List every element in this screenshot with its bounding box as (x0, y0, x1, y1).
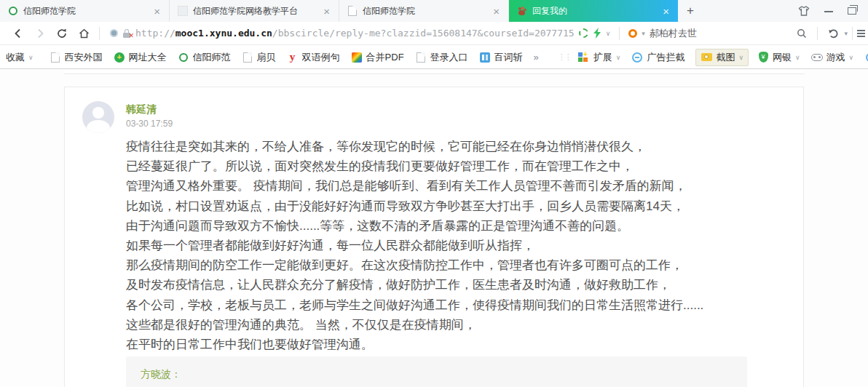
quote-author[interactable]: 方晓波： (141, 368, 181, 380)
adblock-icon (631, 52, 643, 63)
post-body: 疫情往往是突如其来的，不给人准备，等你发现它的时候，它可能已经在你身边悄悄潜伏很… (126, 137, 796, 354)
minimize-button[interactable] (824, 10, 833, 12)
document-favicon-icon (415, 52, 427, 63)
bookmarks-bar: 收藏 ∨ 西安外国 + 网址大全 信阳师范 扇贝 y 双语例句 合并PDF 登录… (0, 46, 868, 69)
menu-icon[interactable] (857, 30, 865, 37)
speed-lightning-icon[interactable] (593, 28, 601, 39)
theme-shirt-icon[interactable] (798, 6, 810, 16)
bookmarks-overflow-button[interactable]: » (534, 52, 539, 63)
post-line: 这些都是很好的管理沟通的典范。 当然，不仅仅是在疫情期间， (126, 315, 796, 335)
site-favicon-green-icon (7, 6, 18, 17)
bookmark-merge-pdf[interactable]: 合并PDF (351, 51, 404, 64)
post-line: 那么疫情期间的防空工作一定能做到更好。在这次疫情防控工作中，管理者也有许多可圈可… (126, 255, 796, 275)
favorites-menu[interactable]: 收藏 ∨ (6, 51, 33, 64)
post-line: 管理沟通又格外重要。 疫情期间，我们总是能够听到、看到有关工作人员管理不善而引发… (126, 176, 796, 196)
bookmark-site-directory[interactable]: + 网址大全 (114, 51, 167, 64)
tab-teaching-platform[interactable]: 信阳师范学院网络教学平台 × (170, 0, 339, 22)
close-icon[interactable]: × (492, 6, 501, 17)
refresh-button[interactable] (51, 28, 73, 39)
back-button[interactable] (7, 28, 29, 39)
search-engine-logo-icon[interactable] (628, 29, 637, 38)
reply-post-card: 韩延清 03-30 17:59 疫情往往是突如其来的，不给人准备，等你发现它的时… (64, 87, 804, 387)
url-scheme: http:// (135, 28, 175, 39)
adblock-button[interactable]: 广告拦截 (631, 51, 684, 64)
divider (852, 27, 853, 40)
post-line: 及时发布疫情信息，让人民群众充分了解疫情，做好防护工作，医生患者及时沟通，做好救… (126, 275, 796, 295)
address-bar[interactable]: ✕ http://mooc1.xynu.edu.cn/bbscircle/rep… (104, 27, 791, 40)
chevron-down-icon: ∨ (849, 54, 854, 61)
url-path: /bbscircle/reply-me?clazzid=15608147&cou… (272, 28, 575, 39)
gamepad-icon (811, 52, 823, 63)
bookmark-login-portal[interactable]: 登录入口 (415, 51, 468, 64)
red-y-favicon-icon: y (287, 52, 299, 63)
previous-post-card-edge (64, 70, 805, 74)
bookmark-shanbay[interactable]: 扇贝 (242, 51, 276, 64)
post-line: 比如说，村口设置劝返点，由于没能好好沟通而导致双方争吵甚至大打出手，回乡人员需要… (126, 196, 796, 216)
post-date: 03-30 17:59 (126, 119, 173, 129)
online-banking-button[interactable]: ¥ 网银 ∨ (757, 51, 800, 64)
restore-button[interactable] (848, 7, 856, 15)
divider (99, 27, 100, 40)
site-info-icon[interactable] (110, 29, 118, 37)
url-host: mooc1.xynu.edu.cn (175, 28, 272, 39)
paw-favicon-icon (516, 6, 527, 17)
post-line: 各个公司，学校，老板与员工，老师与学生之间做好沟通工作，使得疫情期间我们的日常生… (126, 295, 796, 315)
chevron-down-icon: ∨ (28, 54, 33, 61)
document-favicon-icon (242, 52, 253, 63)
post-line: 疫情往往是突如其来的，不给人准备，等你发现它的时候，它可能已经在你身边悄悄潜伏很… (126, 137, 796, 156)
blank-favicon-icon (177, 6, 188, 17)
avatar[interactable] (82, 101, 114, 133)
web-page-content: 韩延清 03-30 17:59 疫情往往是突如其来的，不给人准备，等你发现它的时… (0, 70, 868, 387)
post-line: 如果每一个管理者都能做到好好沟通，每一位人民群众都能做到听从指挥， (126, 236, 796, 255)
rainbow-favicon-icon (351, 52, 363, 63)
games-button[interactable]: 游戏 ∨ (811, 51, 854, 64)
chevron-down-icon[interactable]: ▾ (642, 30, 645, 37)
toolbar-drag-handle[interactable]: ⋮⋮ (558, 52, 571, 62)
tab-xynu-page[interactable]: 信阳师范学院 × (339, 0, 509, 22)
post-line: 由于沟通问题而导致双方不愉快......等等，这数不清的矛盾暴露的正是管理沟通不… (126, 216, 796, 236)
home-button[interactable] (73, 28, 95, 39)
divider (817, 27, 818, 40)
chevron-down-icon: ∨ (616, 54, 621, 61)
navigation-bar: ✕ http://mooc1.xynu.edu.cn/bbscircle/rep… (0, 22, 868, 45)
insecure-lock-icon: ✕ (122, 28, 131, 38)
tab-bar: 信阳师范学院 × 信阳师范学院网络教学平台 × 信阳师范学院 × 回复我的 × … (0, 0, 868, 23)
bank-shield-icon: ¥ (757, 52, 769, 63)
screenshot-button[interactable]: 截图 ∨ (695, 49, 749, 66)
post-line: 在平时的日常工作中我们也要做好管理沟通。 (126, 335, 796, 354)
camera-icon (701, 52, 712, 63)
translate-aperture-icon[interactable] (579, 28, 588, 38)
blue-book-favicon-icon (479, 52, 491, 63)
document-favicon-icon (347, 6, 358, 17)
favorites-label: 收藏 (6, 51, 25, 64)
bookmark-xynu[interactable]: 信阳师范 (178, 51, 231, 64)
close-icon[interactable]: × (152, 6, 162, 17)
post-author[interactable]: 韩延清 (126, 103, 157, 116)
tab-xynu-home[interactable]: 信阳师范学院 × (0, 0, 170, 22)
chevron-down-icon[interactable]: ▾ (844, 30, 848, 37)
close-icon[interactable]: × (322, 6, 331, 17)
close-icon[interactable]: × (661, 6, 671, 17)
green-plus-favicon-icon: + (114, 52, 125, 63)
finder-button[interactable] (864, 52, 868, 63)
search-icon[interactable] (791, 28, 813, 39)
tab-title: 信阳师范学院网络教学平台 (193, 5, 317, 17)
bookmark-xisu[interactable]: 西安外国 (50, 51, 103, 64)
new-tab-button[interactable]: + (678, 0, 703, 22)
post-line: 已经蔓延很广了。所以说，面对突然发生的疫情我们更要做好管理工作，而在管理工作之中… (126, 156, 796, 176)
undo-closed-tab-icon[interactable] (822, 28, 844, 39)
document-favicon-icon (50, 52, 61, 63)
tab-title: 信阳师范学院 (363, 5, 486, 17)
search-suggestion[interactable]: 郝柏村去世 (650, 27, 697, 40)
divider (619, 27, 620, 40)
tab-reply-me-active[interactable]: 回复我的 × (509, 0, 678, 22)
bookmark-bilingual-examples[interactable]: y 双语例句 (287, 51, 340, 64)
green-ring-favicon-icon (178, 52, 189, 63)
chevron-down-icon: ∨ (738, 54, 743, 61)
chevron-down-icon[interactable]: ∨ (606, 30, 611, 37)
blue-magnifier-icon (864, 52, 868, 63)
forward-button[interactable] (29, 28, 51, 39)
extensions-button[interactable]: + 扩展 ∨ (578, 51, 621, 64)
bookmark-baicizhan[interactable]: 百词斩 (479, 51, 523, 64)
url-text[interactable]: http://mooc1.xynu.edu.cn/bbscircle/reply… (135, 28, 575, 39)
